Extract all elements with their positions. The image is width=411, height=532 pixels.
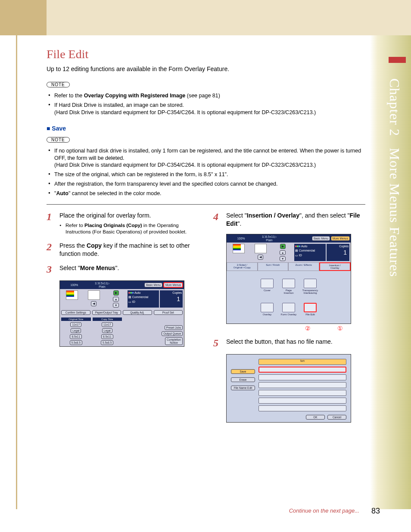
chapter-side-tab: Chapter 2 More Menus Features [370, 35, 411, 509]
completion-notice-button[interactable]: Completion Notice [165, 337, 183, 345]
original-size-header: Original Size [61, 317, 91, 321]
step-body: Select "More Menus". [59, 264, 199, 274]
size-button[interactable]: 11x17 [102, 322, 113, 327]
file-slot[interactable] [258, 374, 346, 380]
paper-type: ▤ Commercial [128, 296, 158, 299]
step-sub-item: Refer to Placing Originals (Copy) in the… [59, 222, 199, 236]
callout-1: ① [337, 325, 343, 332]
step-number: 1 [47, 212, 54, 236]
erase-button[interactable]: Erase [231, 377, 255, 382]
save-heading: Save [47, 125, 365, 132]
size-button[interactable]: 8.5x11 [101, 334, 113, 339]
copy-size-header: Copy Size [93, 317, 122, 321]
copies-label: Copies [339, 245, 349, 248]
separator [47, 204, 365, 205]
file-name-edit-button[interactable]: File Name Edit [231, 386, 255, 390]
step-number: 5 [213, 338, 221, 348]
orientation-thumb [255, 244, 267, 253]
lcd-icon-grid: Cover Page Insertion Transparency Interl… [227, 271, 351, 324]
id-row: ▭ ID [128, 300, 158, 304]
tab-sort-finish[interactable]: Sort / Finish [258, 262, 289, 271]
size-button[interactable]: Legal [71, 328, 81, 333]
size-button[interactable]: 8.5x11 [70, 334, 82, 339]
lcd-screenshot-insertion: 100% 1□8.5x11▷ Plain Basic Menu More Men… [226, 234, 351, 324]
steps-left-col: 1 Place the original for overlay form. R… [47, 212, 199, 423]
copies-label: Copies [172, 291, 182, 294]
preset-jobs-button[interactable]: Preset Jobs [165, 325, 183, 330]
more-menus-button[interactable]: More Menus [163, 282, 183, 288]
lcd-statusbar: 100% 1□8.5x11▷ Plain Basic Menu More Men… [60, 281, 184, 289]
paper-type: ▤ Commercial [295, 249, 325, 252]
file-edit-icon[interactable]: File Edit [302, 303, 319, 316]
size-button[interactable]: 5.5x8.5 [70, 340, 82, 345]
overlay-icon[interactable]: Overlay [258, 303, 276, 316]
arrow-up-button[interactable]: ▲ [113, 297, 119, 302]
size-button[interactable]: 5.5x8.5 [101, 340, 113, 345]
page-insertion-icon[interactable]: Page Insertion [280, 279, 297, 294]
side-tab-text: Chapter 2 More Menus Features [386, 78, 402, 277]
orientation-thumb [88, 290, 100, 300]
confirm-settings-button[interactable]: Confirm Settings [61, 310, 90, 315]
ok-button[interactable]: OK [306, 415, 325, 420]
lcd-tabs: 2-Sided / Original->Copy Sort / Finish Z… [227, 262, 351, 271]
note-badge: NOTE [47, 137, 70, 143]
note1-item: Refer to the Overlay Copying with Regist… [48, 92, 365, 100]
file-slot[interactable] [258, 382, 346, 388]
arrow-right-button[interactable]: ▶ [280, 244, 286, 249]
step-4: 4 Select "Insertion / Overlay", and then… [213, 212, 365, 228]
tab-zoom-effects[interactable]: Zoom / Effects [288, 262, 319, 271]
preview-thumb [66, 290, 78, 300]
lcd-statusbar: 100% 1□8.5x11▷ Plain Basic Menu More Men… [227, 234, 351, 243]
save-button[interactable]: Save [231, 369, 255, 374]
arrow-right-button[interactable]: ▶ [113, 290, 119, 296]
arrow-left-button[interactable]: ◀ [258, 255, 263, 260]
arrow-left-button[interactable]: ◀ [91, 301, 97, 306]
proof-set-button[interactable]: Proof Set [154, 310, 183, 315]
transparency-interleaving-icon[interactable]: Transparency Interleaving [302, 279, 319, 294]
step-body: Select the button, that has no file name… [226, 338, 365, 348]
step-body: Place the original for overlay form. Ref… [59, 212, 199, 236]
note2-item: If no optional hard disk drive is instal… [48, 147, 365, 169]
lcd-preview-panel: ◀ ▶ ▲ ▼ ■■■ Auto ▤ Commercial ▭ ID Copie… [60, 289, 184, 309]
arrow-up-button[interactable]: ▲ [280, 250, 286, 255]
tab-2sided[interactable]: 2-Sided / Original->Copy [227, 262, 258, 271]
steps-right-col: 4 Select "Insertion / Overlay", and then… [213, 212, 365, 423]
note-list-1: Refer to the Overlay Copying with Regist… [48, 92, 365, 116]
basic-menu-button[interactable]: Basic Menu [144, 283, 162, 287]
output-queue-button[interactable]: Output Queue [162, 331, 183, 336]
preview-thumb [233, 244, 245, 253]
file-slot-empty[interactable] [258, 367, 346, 373]
tab-insertion-overlay[interactable]: Insertion / Overlay [319, 262, 351, 271]
paper-output-tray-button[interactable]: Paper/Output Tray [92, 310, 121, 315]
quality-adj-button[interactable]: Quality Adj. [123, 310, 152, 315]
page-number: 83 [371, 507, 380, 516]
step-body: Select "Insertion / Overlay", and then s… [226, 212, 365, 228]
file-slot[interactable] [258, 405, 346, 411]
note1-item: If Hard Disk Drive is installed, an imag… [48, 102, 365, 116]
steps-columns: 1 Place the original for overlay form. R… [47, 212, 365, 423]
note-badge: NOTE [47, 82, 70, 87]
step-5: 5 Select the button, that has no file na… [213, 338, 365, 348]
cover-icon[interactable]: Cover [258, 279, 276, 294]
file-slot[interactable] [258, 390, 346, 396]
form-overlay-icon[interactable]: Form Overlay [280, 303, 297, 316]
step-number: 2 [47, 242, 54, 258]
more-menus-button[interactable]: More Menus [331, 236, 350, 241]
continue-text: Continue on the next page... [289, 507, 359, 514]
page-content: File Edit Up to 12 editing functions are… [47, 47, 365, 423]
size-button[interactable]: 11x17 [70, 322, 81, 327]
basic-menu-button[interactable]: Basic Menu [312, 236, 330, 241]
step-1: 1 Place the original for overlay form. R… [47, 212, 199, 236]
page-title: File Edit [47, 47, 365, 61]
file-slot[interactable] [258, 398, 346, 404]
note-list-2: If no optional hard disk drive is instal… [48, 147, 365, 197]
arrow-down-button[interactable]: ▼ [280, 256, 286, 261]
arrow-down-button[interactable]: ▼ [113, 303, 119, 308]
cancel-button[interactable]: Cancel [327, 415, 346, 420]
size-button[interactable]: Legal [102, 328, 112, 333]
step-number: 4 [213, 212, 221, 228]
step-number: 3 [47, 264, 54, 274]
lcd-screenshot-file-edit: Save Erase File Name Edit ton [226, 354, 351, 423]
step-3: 3 Select "More Menus". [47, 264, 199, 274]
intro-text: Up to 12 editing functions are available… [47, 65, 365, 72]
